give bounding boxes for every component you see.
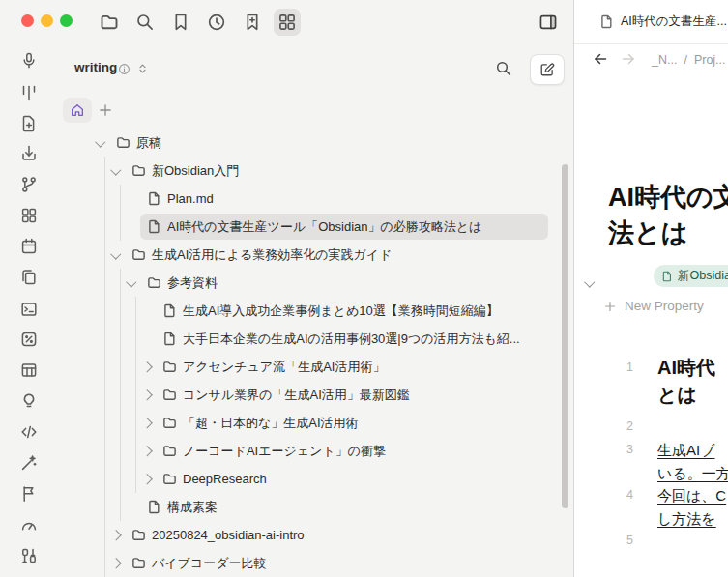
chevron-down-icon <box>112 168 131 174</box>
chevron-right-icon <box>143 476 162 483</box>
tab-bar: AI時代の文書生産... <box>574 0 728 44</box>
tree-folder[interactable]: ノーコードAIエージェント」の衝撃 <box>58 437 573 465</box>
file-tree: 原稿 新Obsidian入門 Plan.md AI時代の文書生産ツール「Obsi… <box>58 129 573 577</box>
flag-icon[interactable] <box>20 485 38 503</box>
tree-folder[interactable]: 新Obsidian入門 <box>58 157 573 185</box>
chevron-down-icon <box>97 140 116 146</box>
tree-folder[interactable]: コンサル業界の「生成AI活用」最新図鑑 <box>58 381 573 409</box>
files-icon[interactable] <box>20 269 38 286</box>
editor-pane: AI時代の文書生産... _N... / Proj... AI時代の文 法とは … <box>573 0 728 577</box>
file-icon <box>599 14 614 29</box>
tree-folder[interactable]: 生成AI活用による業務効率化の実践ガイド <box>58 241 573 269</box>
tree-folder[interactable]: アクセンチュア流「生成AI活用術」 <box>58 353 573 381</box>
folder-icon <box>162 388 177 402</box>
chevron-right-icon <box>112 532 131 539</box>
new-note-button[interactable] <box>530 54 565 85</box>
home-icon <box>70 102 85 118</box>
editor-line: 3 生成AIブ いる。一方 <box>574 439 728 484</box>
terminal-icon[interactable] <box>20 301 38 318</box>
editor-line: 2 <box>574 416 728 439</box>
breadcrumb-segment[interactable]: _N... <box>652 53 677 67</box>
minimize-window-button[interactable] <box>41 14 53 27</box>
properties-collapse-icon[interactable] <box>586 272 594 289</box>
editor-line: 4 今回は、C し方法を <box>574 484 728 530</box>
tree-folder[interactable]: 参考資料 <box>58 269 573 297</box>
add-property-button[interactable]: New Property <box>603 299 704 313</box>
folder-icon <box>147 275 161 290</box>
folder-icon <box>131 163 146 178</box>
tag-pill[interactable]: 新Obsidian入門 <box>654 265 728 287</box>
file-icon <box>661 271 673 282</box>
line-text[interactable]: AI時代 とは <box>633 354 715 408</box>
chevron-right-icon <box>143 419 162 427</box>
file-icon <box>162 303 177 318</box>
tree-file-selected[interactable]: AI時代の文書生産ツール「Obsidian」の必勝攻略法とは <box>58 213 573 241</box>
calendar-icon[interactable] <box>20 238 38 255</box>
tree-file[interactable]: Plan.md <box>58 185 573 213</box>
forward-arrow-icon[interactable] <box>620 50 637 68</box>
chevron-up-down-icon[interactable] <box>136 62 149 75</box>
layout-grid-icon[interactable] <box>20 207 38 224</box>
breadcrumb-separator: / <box>684 53 686 67</box>
tree-file[interactable]: 構成素案 <box>58 493 573 521</box>
percent-badge-icon[interactable] <box>20 331 38 348</box>
chevron-right-icon <box>143 391 162 399</box>
line-number: 2 <box>574 416 633 439</box>
folder-icon <box>131 528 146 542</box>
tab-title[interactable]: AI時代の文書生産... <box>621 14 727 30</box>
folder-icon <box>162 416 177 430</box>
ribbon <box>0 44 58 577</box>
folder-icon <box>131 556 146 570</box>
import-icon[interactable] <box>20 145 38 162</box>
add-icon[interactable] <box>98 102 113 118</box>
folder-icon <box>162 472 177 486</box>
line-number: 5 <box>574 530 633 553</box>
wand-icon[interactable] <box>20 454 38 472</box>
home-button[interactable] <box>63 98 92 123</box>
folder-icon <box>162 444 177 458</box>
tree-file[interactable]: 大手日本企業の生成AIの活用事例30選|9つの活用方法も紹... <box>58 325 573 353</box>
plus-icon <box>603 300 617 313</box>
line-text[interactable]: 今回は、C し方法を <box>633 484 726 530</box>
breadcrumb-segment[interactable]: Proj... <box>694 53 726 67</box>
file-icon <box>162 332 177 346</box>
folder-icon <box>162 360 177 374</box>
chevron-down-icon <box>128 280 147 286</box>
code-icon[interactable] <box>20 423 38 441</box>
file-icon <box>147 191 161 206</box>
back-arrow-icon[interactable] <box>592 50 609 68</box>
vault-switcher[interactable]: writing <box>74 60 117 74</box>
breadcrumb: _N... / Proj... <box>652 43 726 75</box>
table-icon[interactable] <box>20 361 38 379</box>
folder-icon <box>131 247 146 262</box>
microphone-icon[interactable] <box>20 52 38 70</box>
close-window-button[interactable] <box>21 14 34 27</box>
line-number: 3 <box>574 439 633 462</box>
kanban-icon[interactable] <box>20 84 38 101</box>
tag-label: 新Obsidian入門 <box>678 268 728 284</box>
chevron-right-icon <box>143 447 162 455</box>
tree-folder[interactable]: 原稿 <box>58 129 573 157</box>
tree-file[interactable]: 生成AI導入成功企業事例まとめ10選【業務時間短縮編】 <box>58 297 573 325</box>
tree-folder[interactable]: バイブコーダー比較 <box>58 549 573 577</box>
tree-folder[interactable]: 「超・日本的な」生成AI活用術 <box>58 409 573 437</box>
scrollbar[interactable] <box>562 164 568 508</box>
folder-icon <box>116 135 131 150</box>
tree-folder[interactable]: 20250824_obsidian-ai-intro <box>58 521 573 549</box>
file-plus-icon[interactable] <box>20 115 38 132</box>
file-icon <box>147 219 161 234</box>
tree-folder[interactable]: DeepResearch <box>58 465 573 493</box>
binary-icon[interactable] <box>20 547 38 564</box>
file-icon <box>147 500 161 514</box>
git-branch-icon[interactable] <box>20 176 38 193</box>
note-inline-title[interactable]: AI時代の文 法とは <box>608 180 728 251</box>
line-text[interactable]: 生成AIブ いる。一方 <box>633 439 728 484</box>
gauge-icon[interactable] <box>20 516 38 534</box>
line-number: 4 <box>574 484 633 507</box>
edit-icon <box>539 62 555 77</box>
chevron-right-icon <box>112 560 131 567</box>
search-icon[interactable] <box>495 60 512 77</box>
line-number: 1 <box>574 354 633 381</box>
info-icon[interactable] <box>118 63 131 75</box>
lightbulb-icon[interactable] <box>20 392 38 410</box>
